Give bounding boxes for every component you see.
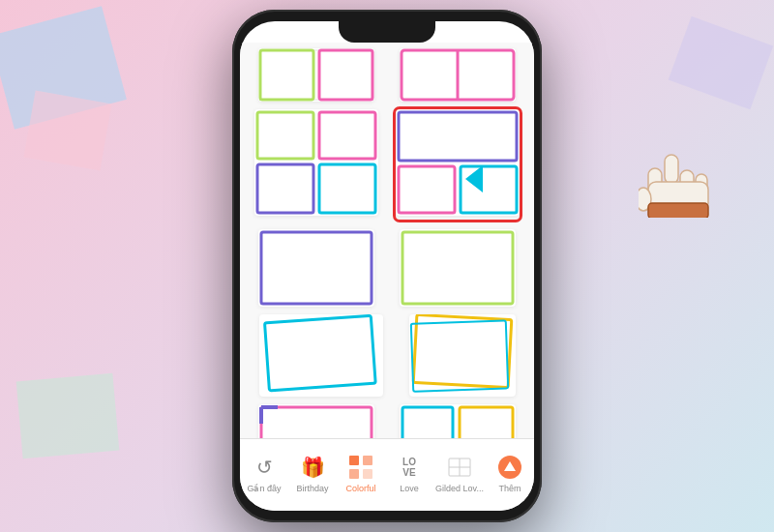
frame-template-2[interactable] [400,48,516,102]
svg-rect-25 [363,456,372,465]
nav-icon-birthday: 🎁 [298,453,327,482]
svg-rect-27 [363,469,372,479]
nav-item-recent[interactable]: ↺ Gần đây [242,453,286,493]
svg-rect-19 [261,407,372,438]
svg-rect-39 [648,203,708,218]
svg-rect-22 [402,407,453,438]
frames-row-4 [244,404,530,438]
frame-template-cyan-rot[interactable] [259,314,383,397]
frame-template-yellow-cyan[interactable] [409,314,516,397]
frame-template-1[interactable] [258,48,374,102]
svg-rect-11 [399,166,455,213]
nav-label-recent: Gần đây [247,484,281,493]
frame-template-single-lime[interactable] [400,229,516,307]
svg-rect-24 [349,456,359,465]
svg-rect-23 [460,407,513,438]
nav-icon-more [495,453,524,482]
nav-label-birthday: Birthday [297,484,329,493]
frame-template-multi-bottom[interactable] [400,404,516,438]
nav-item-more[interactable]: Thêm [488,453,532,493]
svg-rect-12 [461,166,517,213]
svg-rect-26 [349,469,359,479]
svg-rect-6 [257,112,313,159]
nav-label-colorful: Colorful [346,484,376,493]
nav-item-birthday[interactable]: 🎁 Birthday [290,453,335,493]
svg-rect-33 [665,155,678,184]
svg-rect-17 [413,314,512,387]
nav-item-love[interactable]: LOVE Love [387,453,432,493]
frames-area[interactable] [240,43,534,438]
svg-rect-8 [257,164,313,213]
svg-rect-7 [319,112,375,159]
bg-decor-3 [16,373,120,458]
nav-label-love: Love [400,484,419,493]
nav-icon-gilded [445,453,474,482]
phone-notch [339,21,435,43]
phone-device: ↺ Gần đây 🎁 Birthday [150,0,624,532]
selected-frame-container[interactable] [396,109,520,220]
frame-template-multi-left[interactable] [254,109,378,216]
svg-rect-14 [261,232,372,304]
nav-label-more: Thêm [498,484,521,493]
svg-rect-16 [264,315,375,391]
frame-template-pink-corner[interactable] [258,404,374,438]
frames-row-1 [244,109,530,220]
phone-screen: ↺ Gần đây 🎁 Birthday [240,21,534,511]
svg-rect-15 [402,232,513,304]
nav-icon-recent: ↺ [250,453,279,482]
bottom-nav: ↺ Gần đây 🎁 Birthday [240,438,534,511]
hand-cursor [639,150,716,229]
frames-row-0 [244,48,530,102]
frame-template-selected[interactable] [396,109,520,216]
frame-template-single-purple[interactable] [258,229,374,307]
nav-label-gilded: Gilded Lov... [435,484,484,493]
frames-row-3 [244,314,530,397]
phone-bezel: ↺ Gần đây 🎁 Birthday [232,10,542,522]
nav-item-colorful[interactable]: Colorful [339,453,383,493]
svg-rect-0 [260,50,372,100]
svg-rect-9 [319,164,375,213]
frames-row-2 [244,229,530,307]
nav-icon-colorful [346,453,375,482]
nav-item-gilded[interactable]: Gilded Lov... [435,453,484,493]
bg-decor-2 [24,91,112,171]
svg-rect-10 [399,112,517,161]
nav-icon-love: LOVE [395,453,424,482]
